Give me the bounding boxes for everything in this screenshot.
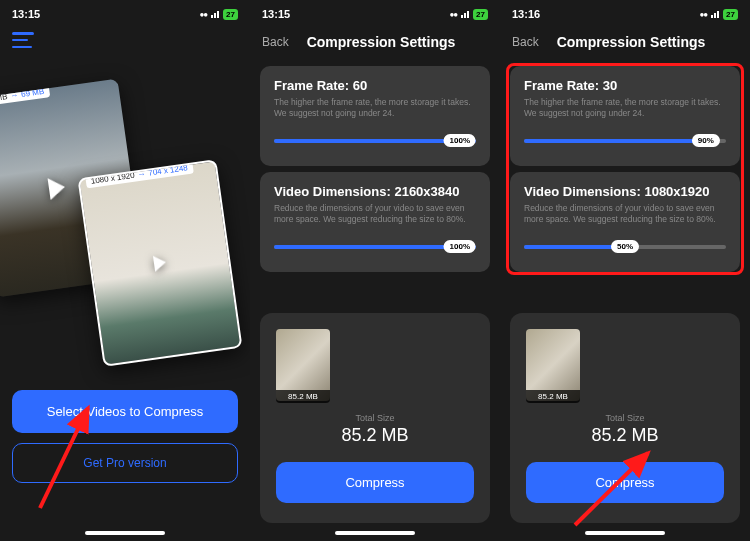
status-time: 13:15 xyxy=(12,8,40,20)
status-bar: 13:15 ●● 27 xyxy=(0,4,250,24)
wifi-icon xyxy=(211,11,219,18)
arrow-right-icon: → xyxy=(10,91,19,101)
page-title: Compression Settings xyxy=(557,34,706,50)
status-time: 13:16 xyxy=(512,8,540,20)
card-desc: Reduce the dimensions of your video to s… xyxy=(524,203,726,226)
chip-to: 704 x 1248 xyxy=(148,163,188,177)
card-desc: The higher the frame rate, the more stor… xyxy=(274,97,476,120)
screen-home: 13:15 ●● 27 154 MB → 69 MB 1080 x 1920 →… xyxy=(0,0,250,541)
frame-rate-slider[interactable]: 100% xyxy=(274,134,476,148)
video-thumbnail[interactable]: 85.2 MB xyxy=(276,329,330,401)
slider-thumb[interactable]: 90% xyxy=(692,134,720,147)
total-size-value: 85.2 MB xyxy=(276,425,474,446)
size-chip: 154 MB → 69 MB xyxy=(0,84,50,107)
cell-dots-icon: ●● xyxy=(699,10,707,19)
nav-bar: Back Compression Settings xyxy=(500,24,750,60)
back-button[interactable]: Back xyxy=(512,35,539,49)
arrow-right-icon: → xyxy=(137,169,146,179)
card-title: Video Dimensions: 1080x1920 xyxy=(524,184,726,199)
frame-rate-card: Frame Rate: 60 The higher the frame rate… xyxy=(260,66,490,166)
status-bar: 13:15 ●● 27 xyxy=(250,4,500,24)
home-indicator[interactable] xyxy=(335,531,415,535)
frame-rate-slider[interactable]: 90% xyxy=(524,134,726,148)
dimensions-slider[interactable]: 50% xyxy=(524,240,726,254)
card-title: Frame Rate: 30 xyxy=(524,78,726,93)
dimensions-card: Video Dimensions: 2160x3840 Reduce the d… xyxy=(260,172,490,272)
frame-rate-card: Frame Rate: 30 The higher the frame rate… xyxy=(510,66,740,166)
compress-button[interactable]: Compress xyxy=(276,462,474,503)
dimensions-card: Video Dimensions: 1080x1920 Reduce the d… xyxy=(510,172,740,272)
card-desc: Reduce the dimensions of your video to s… xyxy=(274,203,476,226)
thumb-size-label: 85.2 MB xyxy=(526,390,580,403)
wifi-icon xyxy=(461,11,469,18)
card-title: Video Dimensions: 2160x3840 xyxy=(274,184,476,199)
screen-settings-adjusted: 13:16 ●● 27 Back Compression Settings Fr… xyxy=(500,0,750,541)
home-indicator[interactable] xyxy=(85,531,165,535)
total-size-label: Total Size xyxy=(276,413,474,423)
get-pro-button[interactable]: Get Pro version xyxy=(12,443,238,483)
slider-thumb[interactable]: 100% xyxy=(444,240,476,253)
page-title: Compression Settings xyxy=(307,34,456,50)
cell-dots-icon: ●● xyxy=(199,10,207,19)
battery-badge: 27 xyxy=(723,9,738,20)
menu-icon[interactable] xyxy=(12,32,34,48)
play-icon xyxy=(153,254,167,272)
battery-badge: 27 xyxy=(223,9,238,20)
select-videos-button[interactable]: Select Videos to Compress xyxy=(12,390,238,433)
screen-settings-100: 13:15 ●● 27 Back Compression Settings Fr… xyxy=(250,0,500,541)
card-desc: The higher the frame rate, the more stor… xyxy=(524,97,726,120)
card-title: Frame Rate: 60 xyxy=(274,78,476,93)
compress-panel: 85.2 MB Total Size 85.2 MB Compress xyxy=(510,313,740,523)
chip-to: 69 MB xyxy=(21,87,45,99)
wifi-icon xyxy=(711,11,719,18)
status-time: 13:15 xyxy=(262,8,290,20)
slider-thumb[interactable]: 100% xyxy=(444,134,476,147)
preview-stack: 154 MB → 69 MB 1080 x 1920 → 704 x 1248 xyxy=(0,58,250,358)
home-indicator[interactable] xyxy=(585,531,665,535)
slider-thumb[interactable]: 50% xyxy=(611,240,639,253)
compress-panel: 85.2 MB Total Size 85.2 MB Compress xyxy=(260,313,490,523)
video-thumbnail[interactable]: 85.2 MB xyxy=(526,329,580,401)
total-size-label: Total Size xyxy=(526,413,724,423)
play-icon xyxy=(48,176,67,200)
back-button[interactable]: Back xyxy=(262,35,289,49)
dimensions-slider[interactable]: 100% xyxy=(274,240,476,254)
preview-card-front: 1080 x 1920 → 704 x 1248 xyxy=(77,159,242,367)
compress-button[interactable]: Compress xyxy=(526,462,724,503)
total-size-value: 85.2 MB xyxy=(526,425,724,446)
chip-from: 154 MB xyxy=(0,92,8,105)
battery-badge: 27 xyxy=(473,9,488,20)
thumb-size-label: 85.2 MB xyxy=(276,390,330,403)
nav-bar: Back Compression Settings xyxy=(250,24,500,60)
cell-dots-icon: ●● xyxy=(449,10,457,19)
status-bar: 13:16 ●● 27 xyxy=(500,4,750,24)
